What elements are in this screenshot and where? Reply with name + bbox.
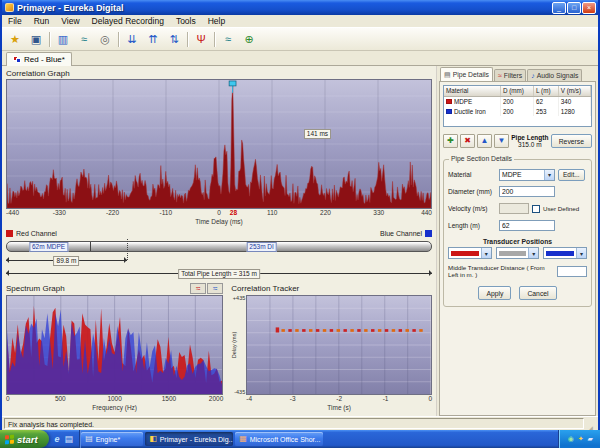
save-icon: ▣ [31, 34, 41, 45]
taskbar-item-office[interactable]: ▦ Microsoft Office Shor... [235, 432, 323, 446]
pipe-bar [6, 241, 432, 252]
menubar: File Run View Delayed Recording Tools He… [2, 15, 598, 28]
material-combobox[interactable]: MDPE ▾ [499, 169, 555, 181]
chevron-down-icon[interactable]: ▾ [544, 170, 554, 180]
main-area: Correlation Graph 141 ms -440 -330 -220 … [2, 66, 598, 416]
col-length[interactable]: L (m) [534, 86, 559, 96]
new-session-button[interactable]: ★ [5, 30, 25, 49]
col-diameter[interactable]: D (mm) [500, 86, 533, 96]
diameter-label: Diameter (mm) [448, 188, 496, 195]
x-tick: 2000 [209, 395, 223, 402]
wave-button[interactable]: ≈ [218, 30, 238, 49]
tab-filters[interactable]: ≈ Filters [494, 69, 526, 81]
antenna-button[interactable]: Ψ [191, 30, 211, 49]
chevron-down-icon[interactable]: ▾ [481, 248, 491, 258]
spectrum-header: Spectrum Graph ≈ ≈ [6, 282, 223, 295]
edit-material-button[interactable]: Edit... [558, 169, 585, 181]
start-button[interactable]: start [0, 430, 49, 448]
quick-launch: e ▤ [49, 430, 81, 448]
table-row[interactable]: MDPE 200 62 340 [444, 96, 591, 106]
move-down-button[interactable]: ▼ [494, 134, 509, 148]
cancel-button[interactable]: Cancel [519, 286, 556, 300]
tracker-x-axis: -4 -3 -2 -1 0 [246, 395, 432, 404]
left-transducer-combobox[interactable]: ▾ [448, 247, 492, 259]
zoom-button[interactable]: ◎ [95, 30, 115, 49]
move-up-button[interactable]: ▲ [477, 134, 492, 148]
menu-tools[interactable]: Tools [170, 16, 202, 26]
tracker-plot-canvas [247, 296, 431, 394]
upload-button[interactable]: ⇈ [143, 30, 163, 49]
diameter-field[interactable] [499, 186, 555, 197]
tray-icon-1[interactable]: ◉ [568, 435, 574, 443]
red-wave-toggle[interactable]: ≈ [190, 283, 206, 294]
tracker-plot[interactable] [246, 295, 432, 395]
transfer-button[interactable]: ⇅ [164, 30, 184, 49]
tab-red-blue[interactable]: Red - Blue* [6, 52, 72, 66]
document-icon: ▤ [85, 435, 93, 443]
spectrum-block: Spectrum Graph ≈ ≈ 0 500 1000 [6, 282, 223, 413]
close-icon: × [587, 4, 591, 11]
x-tick: 110 [267, 209, 277, 216]
material-swatch [446, 109, 452, 114]
col-material[interactable]: Material [444, 86, 500, 96]
reverse-button[interactable]: Reverse [551, 134, 592, 148]
x-tick: 220 [320, 209, 331, 216]
maximize-button[interactable]: □ [567, 2, 581, 14]
transducer-combos: ▾ ▾ ▾ [448, 247, 587, 259]
menu-delayed-recording[interactable]: Delayed Recording [86, 16, 170, 26]
pipe-length-label: Pipe Length [511, 134, 549, 141]
menu-view[interactable]: View [55, 16, 85, 26]
user-defined-checkbox[interactable] [532, 205, 540, 213]
middle-transducer-combobox[interactable]: ▾ [496, 247, 540, 259]
tray-icon-2[interactable]: ✦ [578, 435, 584, 443]
segment1-label: 62m MDPE [29, 242, 68, 252]
close-button[interactable]: × [582, 2, 596, 14]
correlation-view-button[interactable]: ▥ [53, 30, 73, 49]
cell-diameter: 200 [500, 96, 533, 106]
spectrum-plot[interactable] [6, 295, 223, 395]
menu-run[interactable]: Run [28, 16, 56, 26]
chevron-down-icon[interactable]: ▾ [528, 248, 538, 258]
menu-file[interactable]: File [2, 16, 28, 26]
user-defined-label: User Defined [543, 205, 579, 212]
length-field[interactable] [499, 220, 555, 231]
table-header-row: Material D (mm) L (m) V (m/s) [444, 86, 591, 96]
middle-transducer-field[interactable] [557, 266, 587, 277]
correlation-plot[interactable]: 141 ms [6, 79, 432, 209]
menu-help[interactable]: Help [202, 16, 231, 26]
toolbar-separator [49, 32, 50, 47]
col-velocity[interactable]: V (m/s) [558, 86, 590, 96]
details-panel: ▤ Pipe Details ≈ Filters ♪ Audio Signals [436, 66, 598, 416]
taskbar-item-primayer[interactable]: ◧ Primayer - Eureka Dig... [145, 432, 233, 446]
window-controls: _ □ × [552, 2, 596, 14]
spectrum-view-button[interactable]: ≈ [74, 30, 94, 49]
velocity-label: Velocity (m/s) [448, 205, 496, 212]
minimize-button[interactable]: _ [552, 2, 566, 14]
web-button[interactable]: ⊕ [239, 30, 259, 49]
toolbar-separator [118, 32, 119, 47]
resize-grip[interactable] [586, 418, 596, 429]
download-button[interactable]: ⇊ [122, 30, 142, 49]
red-wave-icon: ≈ [196, 285, 200, 293]
internet-explorer-icon[interactable]: e [55, 435, 60, 444]
delete-section-button[interactable]: ✖ [460, 134, 475, 148]
tab-audio-signals[interactable]: ♪ Audio Signals [527, 69, 582, 81]
show-desktop-icon[interactable]: ▤ [65, 435, 74, 444]
tray-icon-3[interactable]: ▰ [588, 435, 593, 443]
correlation-x-axis: -440 -330 -220 -110 0 28 110 220 330 440 [6, 209, 432, 218]
transducer-positions-title: Transducer Positions [448, 238, 587, 245]
taskbar-item-engine[interactable]: ▤ Engine* [81, 432, 143, 446]
save-button[interactable]: ▣ [26, 30, 46, 49]
blue-wave-toggle[interactable]: ≈ [207, 283, 223, 294]
tab-pipe-details[interactable]: ▤ Pipe Details [440, 67, 493, 81]
material-label: Material [448, 171, 496, 178]
chevron-down-icon[interactable]: ▾ [576, 248, 586, 258]
x-tick: -220 [106, 209, 119, 216]
cell-diameter: 200 [500, 106, 533, 116]
antenna-icon: Ψ [196, 34, 205, 45]
right-transducer-combobox[interactable]: ▾ [543, 247, 587, 259]
table-row[interactable]: Ductile Iron 200 253 1280 [444, 106, 591, 116]
add-section-button[interactable]: ✚ [443, 134, 458, 148]
apply-button[interactable]: Apply [478, 286, 511, 300]
transfer-arrows-icon: ⇅ [169, 34, 178, 45]
